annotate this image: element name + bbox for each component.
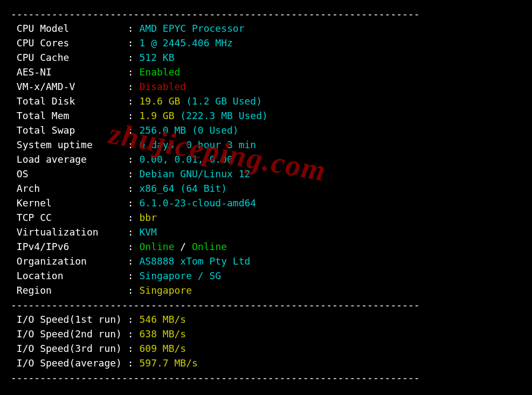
label-load-average: Load average (17, 154, 87, 165)
value-io-3rd: 609 MB/s (139, 343, 186, 354)
separator: : (128, 357, 134, 369)
separator: : (128, 255, 134, 267)
separator: : (128, 95, 134, 107)
separator: : (128, 124, 134, 136)
divider: ----------------------------------------… (11, 8, 420, 19)
value-ipv6-status: Online (192, 241, 227, 252)
label-io-1st: I/O Speed(1st run) (17, 314, 122, 325)
ip-separator: / (174, 241, 192, 252)
label-virtualization: Virtualization (17, 226, 99, 238)
value-virtualization: KVM (139, 226, 157, 238)
value-tcp-cc: bbr (139, 212, 157, 223)
value-region: Singapore (139, 285, 192, 296)
label-os: OS (17, 168, 29, 179)
label-uptime: System uptime (17, 139, 93, 150)
label-io-2nd: I/O Speed(2nd run) (17, 328, 122, 339)
separator: : (128, 139, 134, 150)
separator: : (128, 343, 134, 354)
value-io-1st: 546 MB/s (139, 314, 186, 325)
value-kernel: 6.1.0-23-cloud-amd64 (139, 197, 256, 209)
separator: : (128, 314, 134, 325)
value-load-average: 0.00, 0.01, 0.00 (139, 154, 232, 165)
separator: : (128, 212, 134, 223)
separator: : (128, 183, 134, 194)
label-kernel: Kernel (17, 197, 52, 209)
separator: : (128, 154, 134, 165)
value-total-disk-size: 19.6 GB (139, 95, 180, 107)
label-cpu-cache: CPU Cache (17, 52, 70, 63)
value-uptime: 0 days, 0 hour 3 min (139, 139, 256, 150)
value-total-mem-size: 1.9 GB (139, 110, 174, 121)
label-total-swap: Total Swap (17, 124, 75, 136)
separator: : (128, 52, 134, 63)
separator: : (128, 197, 134, 209)
label-vmx: VM-x/AMD-V (17, 81, 75, 92)
value-organization: AS8888 xTom Pty Ltd (139, 255, 250, 267)
value-aes-ni: Enabled (139, 66, 180, 78)
label-io-3rd: I/O Speed(3rd run) (17, 343, 122, 354)
terminal-output: ----------------------------------------… (0, 0, 532, 390)
label-io-avg: I/O Speed(average) (17, 357, 122, 369)
label-cpu-cores: CPU Cores (17, 37, 70, 48)
divider: ----------------------------------------… (11, 299, 420, 310)
separator: : (128, 37, 134, 48)
separator: : (128, 241, 134, 252)
separator: : (128, 270, 134, 281)
separator: : (128, 23, 134, 34)
label-ipv4-ipv6: IPv4/IPv6 (17, 241, 70, 252)
label-arch: Arch (17, 183, 40, 194)
value-io-2nd: 638 MB/s (139, 328, 186, 339)
separator: : (128, 110, 134, 121)
separator: : (128, 66, 134, 78)
value-cpu-model: AMD EPYC Processor (139, 23, 244, 34)
separator: : (128, 285, 134, 296)
label-aes-ni: AES-NI (17, 66, 52, 78)
value-cpu-cache: 512 KB (139, 52, 174, 63)
value-vmx: Disabled (139, 81, 186, 92)
label-total-disk: Total Disk (17, 95, 75, 107)
value-cpu-cores: 1 @ 2445.406 MHz (139, 37, 232, 48)
label-location: Location (17, 270, 64, 281)
separator: : (128, 226, 134, 238)
value-io-avg: 597.7 MB/s (139, 357, 197, 369)
separator: : (128, 328, 134, 339)
separator: : (128, 81, 134, 92)
value-arch: x86_64 (64 Bit) (139, 183, 227, 194)
label-region: Region (17, 285, 52, 296)
value-os: Debian GNU/Linux 12 (139, 168, 250, 179)
label-cpu-model: CPU Model (17, 23, 70, 34)
value-total-disk-used: (1.2 GB Used) (186, 95, 262, 107)
divider: ----------------------------------------… (11, 372, 420, 383)
label-organization: Organization (17, 255, 87, 267)
value-location: Singapore / SG (139, 270, 221, 281)
value-total-swap-used: (0 Used) (192, 124, 239, 136)
value-ipv4-status: Online (139, 241, 174, 252)
watermark-text: zhujiceping.com (106, 110, 330, 193)
label-tcp-cc: TCP CC (17, 212, 52, 223)
value-total-mem-used: (222.3 MB Used) (180, 110, 268, 121)
separator: : (128, 168, 134, 179)
value-total-swap-size: 256.0 MB (139, 124, 186, 136)
label-total-mem: Total Mem (17, 110, 70, 121)
